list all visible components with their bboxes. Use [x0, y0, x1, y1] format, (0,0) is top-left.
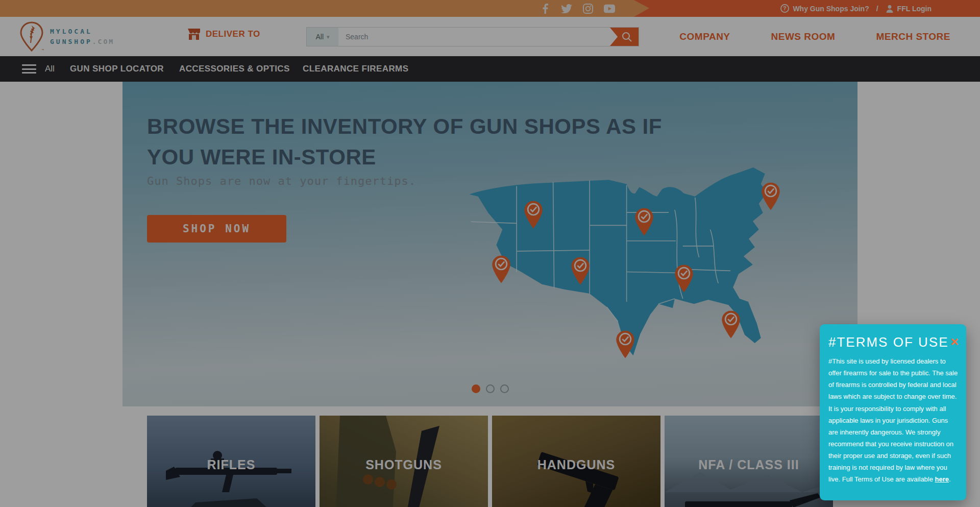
- terms-popup-title: #TERMS OF USE: [828, 334, 958, 350]
- terms-of-use-popup: #TERMS OF USE ✕ #This site is used by li…: [820, 324, 966, 500]
- terms-body-after-link: .: [949, 475, 951, 483]
- page: ? Why Gun Shops Join? / FFL Login ™ MYLO…: [0, 0, 980, 507]
- terms-popup-body: #This site is used by licensed dealers t…: [828, 355, 958, 485]
- close-icon[interactable]: ✕: [950, 336, 959, 347]
- terms-here-link[interactable]: here: [935, 475, 949, 483]
- terms-body-text: #This site is used by licensed dealers t…: [828, 357, 958, 483]
